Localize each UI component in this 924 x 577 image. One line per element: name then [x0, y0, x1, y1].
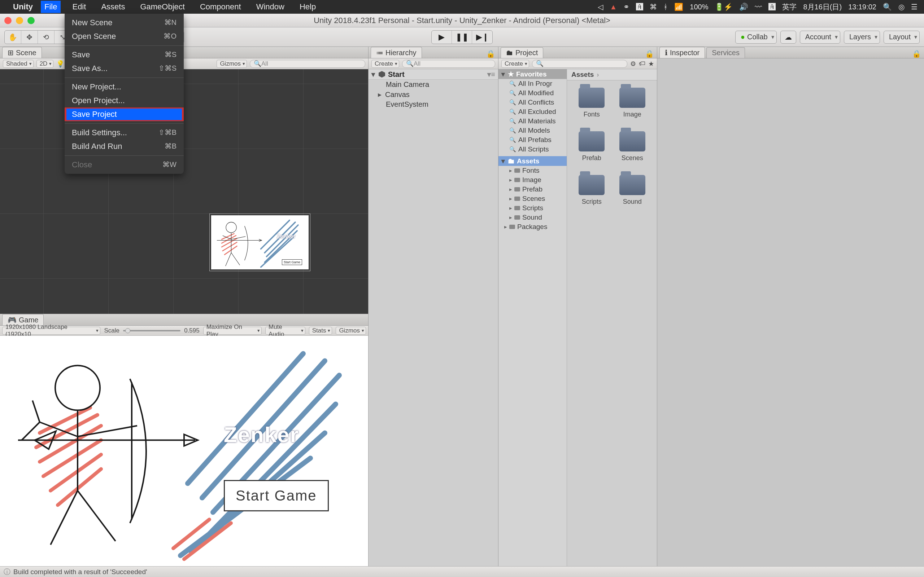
inspector-lock-icon[interactable]: 🔒: [909, 49, 924, 58]
hierarchy-create-dropdown[interactable]: Create: [372, 60, 399, 68]
game-mute-toggle[interactable]: Mute Audio: [265, 327, 305, 335]
menubar-help[interactable]: Help: [296, 1, 320, 13]
step-button[interactable]: ▶❙: [472, 31, 492, 44]
project-packages-header[interactable]: Packages: [498, 222, 567, 232]
menubar-edit[interactable]: Edit: [69, 1, 89, 13]
hierarchy-search[interactable]: 🔍 All: [402, 60, 495, 68]
project-folder-item[interactable]: Prefab: [498, 185, 567, 194]
move-tool-icon[interactable]: ✥: [21, 31, 38, 44]
pause-button[interactable]: ❚❚: [452, 31, 472, 44]
asset-folder-scripts[interactable]: Scripts: [576, 175, 608, 206]
project-favorite-item[interactable]: All Conflicts: [498, 98, 567, 107]
window-close-icon[interactable]: [4, 17, 11, 24]
project-favorite-item[interactable]: All Models: [498, 126, 567, 135]
file-menu-build-settings-[interactable]: Build Settings...⇧⌘B: [65, 126, 184, 140]
game-stats-toggle[interactable]: Stats: [309, 327, 333, 335]
status-icon[interactable]: ⚭: [624, 3, 630, 11]
game-aspect-dropdown[interactable]: 1920x1080 Landscape (1920x10: [2, 327, 100, 335]
project-assets-header[interactable]: 🖿 Assets: [498, 156, 567, 166]
menubar-gameobject[interactable]: GameObject: [136, 1, 188, 13]
asset-folder-fonts[interactable]: Fonts: [576, 88, 608, 118]
asset-folder-sound[interactable]: Sound: [617, 175, 649, 206]
project-folder-item[interactable]: Scenes: [498, 194, 567, 203]
wifi-icon[interactable]: 📶: [674, 3, 683, 11]
game-gizmos-dropdown[interactable]: Gizmos: [336, 327, 366, 335]
file-menu-dropdown[interactable]: New Scene⌘NOpen Scene⌘OSave⌘SSave As...⇧…: [65, 14, 184, 174]
game-view[interactable]: Zenker Start Game: [0, 336, 368, 566]
siri-icon[interactable]: ◎: [898, 3, 905, 11]
asset-folder-image[interactable]: Image: [617, 88, 649, 118]
layout-dropdown[interactable]: Layout: [884, 31, 920, 44]
command-icon[interactable]: ⌘: [650, 3, 657, 11]
project-lock-icon[interactable]: 🔒: [642, 49, 657, 58]
menubar-app[interactable]: Unity: [13, 2, 33, 11]
hierarchy-tree[interactable]: Start▾≡ Main Camera Canvas EventSystem: [368, 69, 498, 566]
file-menu-new-scene[interactable]: New Scene⌘N: [65, 16, 184, 29]
hierarchy-item-canvas[interactable]: Canvas: [368, 89, 498, 100]
project-folder-item[interactable]: Sound: [498, 213, 567, 222]
game-scale-slider[interactable]: [123, 330, 181, 331]
window-minimize-icon[interactable]: [16, 17, 23, 24]
project-save-icon[interactable]: 🏷: [639, 60, 645, 68]
tab-project[interactable]: 🖿 Project: [501, 47, 543, 58]
play-button[interactable]: ▶: [432, 31, 452, 44]
asset-folder-prefab[interactable]: Prefab: [576, 131, 608, 162]
scene-gizmos-dropdown[interactable]: Gizmos: [216, 60, 247, 68]
tab-hierarchy[interactable]: ≔ Hierarchy: [371, 47, 422, 58]
file-menu-save-as-[interactable]: Save As...⇧⌘S: [65, 62, 184, 76]
file-menu-open-scene[interactable]: Open Scene⌘O: [65, 29, 184, 43]
cloud-button-icon[interactable]: ☁: [780, 31, 796, 44]
project-favorite-item[interactable]: All Scripts: [498, 145, 567, 154]
tab-scene[interactable]: ⊞ Scene: [2, 47, 42, 58]
game-maximize-toggle[interactable]: Maximize On Play: [203, 327, 262, 335]
file-menu-new-project-[interactable]: New Project...: [65, 80, 184, 94]
warning-icon[interactable]: ▲: [610, 3, 617, 11]
scene-shading-dropdown[interactable]: Shaded: [3, 60, 34, 68]
scene-light-icon[interactable]: 💡: [56, 60, 64, 68]
bluetooth-icon[interactable]: ᚼ: [663, 3, 668, 11]
scene-search[interactable]: 🔍 All: [250, 60, 365, 68]
menubar-date[interactable]: 8月16日(日): [803, 2, 842, 12]
hierarchy-item-eventsystem[interactable]: EventSystem: [368, 100, 498, 109]
tab-services[interactable]: Services: [706, 47, 745, 58]
hierarchy-lock-icon[interactable]: 🔒: [483, 49, 498, 58]
project-search[interactable]: 🔍: [532, 60, 627, 68]
project-favorite-item[interactable]: All In Progr: [498, 79, 567, 89]
file-menu-save-project[interactable]: Save Project: [65, 108, 184, 121]
hierarchy-item-main-camera[interactable]: Main Camera: [368, 80, 498, 89]
collab-dropdown[interactable]: Collab: [735, 31, 777, 44]
account-dropdown[interactable]: Account: [800, 31, 840, 44]
squareA-icon[interactable]: 🅰: [636, 3, 643, 11]
menubar-assets[interactable]: Assets: [97, 1, 129, 13]
scene-view[interactable]: Zenker Start Game: [0, 69, 368, 314]
file-menu-save[interactable]: Save⌘S: [65, 48, 184, 62]
file-menu-open-project-[interactable]: Open Project...: [65, 94, 184, 108]
hand-tool-icon[interactable]: ✋: [5, 31, 21, 44]
unity-hub-icon[interactable]: ◁: [598, 3, 603, 11]
project-star-icon[interactable]: ★: [648, 60, 654, 68]
window-zoom-icon[interactable]: [27, 17, 35, 24]
control-center-icon[interactable]: ☰: [911, 3, 918, 11]
wavy-icon[interactable]: 〰: [755, 3, 762, 11]
tab-inspector[interactable]: ℹ Inspector: [659, 47, 705, 58]
start-game-button[interactable]: Start Game: [224, 480, 329, 511]
hierarchy-scene[interactable]: Start▾≡: [368, 69, 498, 80]
battery-icon[interactable]: 🔋⚡: [715, 3, 733, 11]
project-folder-item[interactable]: Fonts: [498, 166, 567, 175]
project-filter-icon[interactable]: ⚙: [630, 60, 636, 68]
menubar-file[interactable]: File: [41, 1, 61, 13]
ime-icon[interactable]: 🅰: [769, 3, 775, 11]
menubar-component[interactable]: Component: [196, 1, 245, 13]
project-folder-item[interactable]: Image: [498, 175, 567, 185]
menubar-time[interactable]: 13:19:02: [848, 3, 876, 11]
file-menu-build-and-run[interactable]: Build And Run⌘B: [65, 140, 184, 153]
project-breadcrumb[interactable]: Assets ›: [567, 69, 657, 81]
rotate-tool-icon[interactable]: ⟲: [38, 31, 55, 44]
project-folder-item[interactable]: Scripts: [498, 203, 567, 213]
project-create-dropdown[interactable]: Create: [501, 60, 529, 68]
project-favorite-item[interactable]: All Modified: [498, 89, 567, 98]
spotlight-icon[interactable]: 🔍: [883, 3, 892, 11]
project-favorite-item[interactable]: All Excluded: [498, 107, 567, 116]
layers-dropdown[interactable]: Layers: [844, 31, 880, 44]
menubar-window[interactable]: Window: [253, 1, 288, 13]
